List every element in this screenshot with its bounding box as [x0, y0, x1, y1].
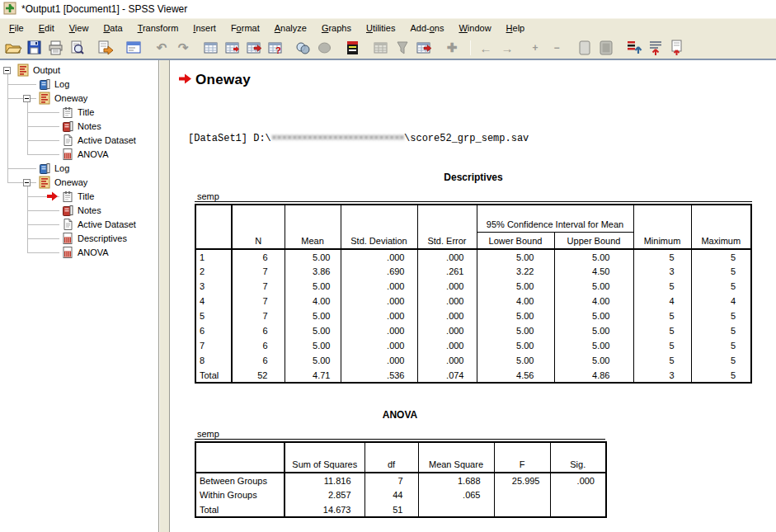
tree-item-title[interactable]: Title — [0, 106, 158, 120]
row-label: 6 — [195, 323, 232, 338]
expand-rect-icon[interactable] — [596, 39, 616, 57]
anova-title: ANOVA — [195, 409, 605, 421]
title-icon — [61, 190, 74, 205]
next-icon[interactable]: → — [497, 39, 517, 57]
tree-item-oneway[interactable]: Oneway — [0, 92, 158, 106]
expand-icon[interactable]: ✚ — [442, 39, 462, 57]
anova-table[interactable]: Sum of SquaresdfMean SquareFSig.Between … — [195, 441, 607, 518]
cell-value: 5 — [691, 264, 751, 279]
oneway-heading-block[interactable]: Oneway — [179, 72, 776, 88]
cell-value: 4.50 — [554, 264, 633, 279]
tree-item-anova[interactable]: ANOVA — [0, 246, 158, 260]
cell-value: 5 — [691, 323, 751, 338]
cell-value: .536 — [341, 368, 417, 383]
previous-icon[interactable]: ← — [476, 39, 496, 57]
menu-graphs[interactable]: Graphs — [314, 21, 359, 35]
recall-dialog-icon[interactable] — [124, 39, 143, 57]
cell-value: 6 — [232, 338, 285, 353]
tree-expander[interactable] — [3, 67, 11, 74]
designate-window-icon[interactable] — [343, 39, 363, 57]
promote-icon[interactable] — [624, 39, 644, 57]
column-header: Mean Square — [418, 442, 494, 473]
menu-view[interactable]: View — [62, 21, 96, 35]
tree-expander[interactable] — [23, 179, 31, 186]
show-plus-icon[interactable]: + — [525, 39, 545, 57]
page-title: Oneway — [195, 72, 251, 88]
descriptives-table[interactable]: NMeanStd. DeviationStd. Error95% Confide… — [195, 204, 752, 384]
panel-splitter[interactable] — [159, 60, 170, 532]
table-row: 273.86.690.2613.224.5035 — [195, 264, 751, 279]
column-header: Sig. — [550, 442, 606, 473]
menu-edit[interactable]: Edit — [31, 21, 62, 35]
tree-item-label: ANOVA — [78, 149, 109, 159]
undo-icon[interactable]: ↶ — [152, 39, 172, 57]
cell-value: 51 — [364, 502, 418, 517]
align-up-icon[interactable] — [646, 39, 665, 57]
menu-analyze[interactable]: Analyze — [267, 21, 314, 35]
tree-item-notes[interactable]: Notes — [0, 120, 158, 134]
insert-title-icon[interactable] — [393, 39, 412, 57]
menu-format[interactable]: Format — [223, 21, 267, 35]
cell-value: .000 — [341, 308, 417, 323]
cell-value: 11.816 — [285, 473, 364, 487]
tree-expander[interactable] — [23, 95, 31, 102]
menu-utilities[interactable]: Utilities — [359, 21, 402, 35]
cell-value: 5.00 — [477, 353, 554, 368]
table-row: 165.00.000.0005.005.0055 — [195, 249, 751, 264]
cell-value: 7 — [232, 308, 285, 323]
menu-addons[interactable]: Add-ons — [402, 21, 451, 35]
print-icon[interactable] — [46, 39, 66, 57]
show-hide-icon[interactable] — [315, 39, 335, 57]
window-grid-icon[interactable] — [371, 39, 391, 57]
print-preview-icon[interactable] — [68, 39, 87, 57]
row-label: Total — [195, 502, 285, 517]
cell-value: 5.00 — [477, 323, 554, 338]
row-label: Total — [195, 368, 232, 383]
select-last-output-icon[interactable] — [294, 39, 313, 57]
menu-insert[interactable]: Insert — [186, 21, 223, 35]
goto-case-icon[interactable] — [223, 39, 242, 57]
column-header — [195, 205, 232, 249]
insert-table-icon[interactable] — [414, 39, 434, 57]
save-icon[interactable] — [25, 39, 45, 57]
tree-item-log[interactable]: Log — [0, 78, 158, 92]
menu-transform[interactable]: Transform — [130, 21, 186, 35]
variable-info-icon[interactable]: ? — [266, 39, 285, 57]
cell-value: 4.00 — [285, 294, 341, 308]
menu-file[interactable]: File — [2, 21, 31, 35]
cell-value: 5 — [691, 353, 751, 368]
open-icon[interactable] — [3, 39, 23, 57]
tree-item-descriptives[interactable]: Descriptives — [0, 232, 158, 246]
column-header: Sum of Squares — [285, 442, 364, 473]
collapse-rect-icon[interactable] — [575, 39, 595, 57]
cell-value: 5.00 — [285, 279, 341, 294]
tree-item-anova[interactable]: ANOVA — [0, 148, 158, 162]
table-row: 865.00.000.0005.005.0055 — [195, 353, 751, 368]
goto-data-icon[interactable] — [201, 39, 221, 57]
dataset-log-line[interactable]: [DataSet1] D:\××××××××××××××××××××××××××… — [188, 133, 776, 144]
cell-value: 5.00 — [554, 353, 633, 368]
tree-item-active-dataset[interactable]: Active Dataset — [0, 218, 158, 232]
tree-item-notes[interactable]: Notes — [0, 204, 158, 218]
menu-data[interactable]: Data — [96, 21, 129, 35]
column-header: N — [232, 205, 285, 249]
page-up-icon[interactable] — [667, 39, 687, 57]
tree-item-title[interactable]: Title — [0, 190, 158, 204]
redo-icon[interactable]: ↷ — [173, 39, 193, 57]
anova-var-label: semp — [195, 429, 605, 440]
table-row: 375.00.000.0005.005.0055 — [195, 279, 751, 294]
cell-value: 5.00 — [285, 338, 341, 353]
log-icon — [38, 162, 51, 177]
tree-item-oneway[interactable]: Oneway — [0, 176, 158, 190]
cell-value: 5.00 — [285, 353, 341, 368]
variables-icon[interactable] — [244, 39, 264, 57]
tree-item-active-dataset[interactable]: Active Dataset — [0, 134, 158, 148]
table-row: 765.00.000.0005.005.0055 — [195, 338, 751, 353]
tree-item-log[interactable]: Log — [0, 162, 158, 176]
table-row: 665.00.000.0005.005.0055 — [195, 323, 751, 338]
hide-minus-icon[interactable]: − — [547, 39, 567, 57]
menu-help[interactable]: Help — [499, 21, 533, 35]
tree-item-output[interactable]: Output — [0, 64, 158, 78]
menu-window[interactable]: Window — [451, 21, 498, 35]
export-icon[interactable] — [96, 39, 115, 57]
